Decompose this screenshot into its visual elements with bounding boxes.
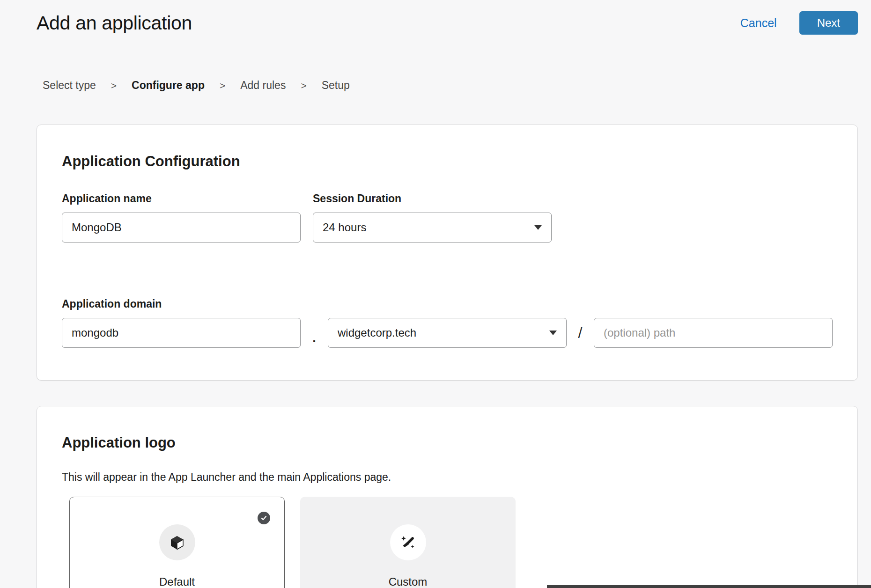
logo-option-custom-label: Custom: [301, 575, 515, 588]
chevron-down-icon: [534, 225, 542, 230]
application-domain-row: . widgetcorp.tech /: [62, 318, 833, 348]
logo-option-default[interactable]: Default: [69, 497, 285, 588]
page-header: Add an application Cancel Next: [37, 0, 858, 35]
application-configuration-heading: Application Configuration: [62, 153, 833, 170]
breadcrumb-step-select-type[interactable]: Select type: [43, 79, 96, 92]
breadcrumb: Select type > Configure app > Add rules …: [43, 79, 858, 92]
breadcrumb-step-configure-app[interactable]: Configure app: [132, 79, 205, 92]
logo-option-default-label: Default: [70, 575, 284, 588]
subdomain-input[interactable]: [62, 318, 301, 348]
session-duration-label: Session Duration: [313, 192, 552, 205]
application-name-label: Application name: [62, 192, 301, 205]
name-duration-row: Application name Session Duration 24 hou…: [62, 192, 833, 243]
breadcrumb-step-add-rules[interactable]: Add rules: [240, 79, 286, 92]
application-domain-section: Application domain . widgetcorp.tech /: [62, 298, 833, 348]
selected-check-badge: [258, 512, 270, 524]
domain-select[interactable]: widgetcorp.tech: [328, 318, 567, 348]
application-name-input[interactable]: [62, 213, 301, 243]
domain-dot-separator: .: [301, 331, 328, 345]
cube-icon: [169, 535, 185, 551]
application-configuration-card: Application Configuration Application na…: [37, 125, 858, 381]
breadcrumb-separator: >: [111, 80, 117, 91]
custom-logo-circle: [390, 524, 426, 560]
session-duration-field: Session Duration 24 hours: [313, 192, 552, 243]
add-application-page: Add an application Cancel Next Select ty…: [0, 0, 871, 588]
session-duration-select[interactable]: 24 hours: [313, 213, 552, 243]
bottom-edge-bar: [547, 585, 871, 588]
cancel-button[interactable]: Cancel: [740, 16, 777, 30]
paintbrush-icon: [399, 534, 417, 551]
breadcrumb-separator: >: [301, 80, 306, 91]
breadcrumb-step-setup[interactable]: Setup: [322, 79, 350, 92]
header-actions: Cancel Next: [740, 11, 858, 35]
breadcrumb-separator: >: [220, 80, 225, 91]
application-logo-heading: Application logo: [62, 434, 833, 451]
check-icon: [260, 514, 267, 522]
next-button[interactable]: Next: [799, 11, 858, 35]
domain-slash-separator: /: [567, 324, 594, 342]
session-duration-value: 24 hours: [323, 221, 366, 234]
logo-options: Default Custom: [69, 497, 833, 588]
domain-select-value: widgetcorp.tech: [338, 326, 416, 339]
page-title: Add an application: [37, 12, 192, 34]
logo-option-custom[interactable]: Custom: [300, 497, 516, 588]
application-logo-card: Application logo This will appear in the…: [37, 406, 858, 588]
application-name-field: Application name: [62, 192, 301, 243]
application-domain-label: Application domain: [62, 298, 833, 310]
default-logo-circle: [159, 524, 195, 560]
application-logo-description: This will appear in the App Launcher and…: [62, 471, 833, 484]
path-input[interactable]: [594, 318, 833, 348]
chevron-down-icon: [549, 331, 557, 335]
